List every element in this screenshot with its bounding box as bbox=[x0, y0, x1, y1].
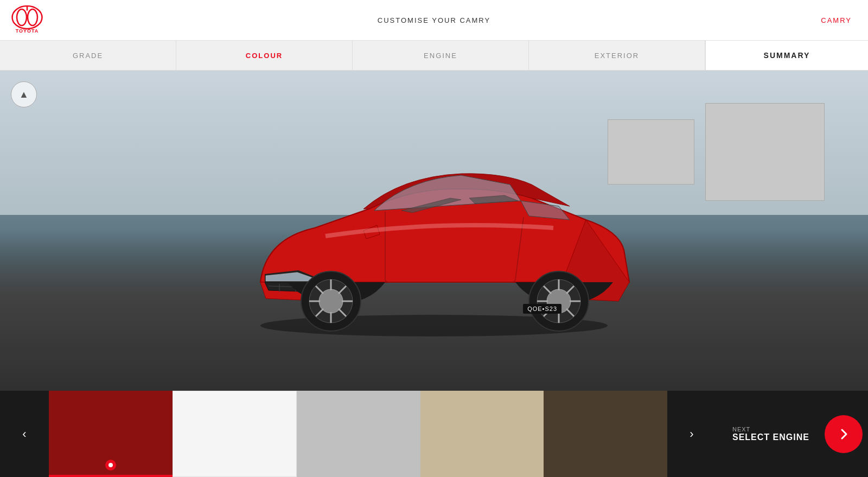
swatch-silver[interactable] bbox=[297, 391, 420, 477]
license-plate: QOE•S23 bbox=[523, 304, 561, 314]
car-view: ▲ bbox=[0, 71, 868, 391]
nav-tabs-left: GRADE COLOUR ENGINE EXTERIOR bbox=[0, 41, 705, 70]
tab-summary[interactable]: SUMMARY bbox=[705, 41, 868, 70]
header: TOYOTA CUSTOMISE YOUR CAMRY CAMRY bbox=[0, 0, 868, 41]
swatch-beige[interactable] bbox=[420, 391, 544, 477]
chevron-right-icon: › bbox=[690, 427, 693, 441]
swatch-white[interactable] bbox=[173, 391, 297, 477]
car-image: QOE•S23 QOE•S23 bbox=[217, 130, 651, 347]
swatch-red[interactable] bbox=[49, 391, 173, 477]
toyota-logo-icon: TOYOTA bbox=[11, 5, 43, 35]
next-button[interactable]: NEXT SELECT ENGINE bbox=[716, 391, 868, 477]
nav-tabs: GRADE COLOUR ENGINE EXTERIOR SUMMARY bbox=[0, 41, 868, 71]
tab-colour[interactable]: COLOUR bbox=[176, 41, 353, 70]
arrow-right-icon bbox=[837, 428, 850, 441]
next-arrow-circle bbox=[825, 415, 863, 453]
next-label: NEXT bbox=[732, 426, 809, 433]
tab-exterior[interactable]: EXTERIOR bbox=[529, 41, 705, 70]
swatch-darkbrown[interactable] bbox=[544, 391, 667, 477]
swatches-next-button[interactable]: › bbox=[667, 391, 716, 477]
swatches-prev-button[interactable]: ‹ bbox=[0, 391, 49, 477]
next-button-text: NEXT SELECT ENGINE bbox=[732, 426, 809, 442]
tab-grade[interactable]: GRADE bbox=[0, 41, 176, 70]
colour-swatches-bar: ‹ › NEXT SELECT ENGINE bbox=[0, 391, 868, 477]
chevron-left-icon: ‹ bbox=[22, 427, 26, 441]
building-1 bbox=[705, 103, 825, 201]
page-title: CUSTOMISE YOUR CAMRY bbox=[378, 16, 490, 24]
next-action-label: SELECT ENGINE bbox=[732, 433, 809, 442]
view-toggle-button[interactable]: ▲ bbox=[11, 81, 37, 107]
selected-indicator bbox=[105, 460, 116, 470]
tab-engine[interactable]: ENGINE bbox=[353, 41, 529, 70]
view-toggle-icon: ▲ bbox=[19, 89, 29, 100]
svg-point-2 bbox=[28, 9, 37, 26]
svg-point-1 bbox=[17, 9, 27, 26]
svg-text:TOYOTA: TOYOTA bbox=[16, 28, 39, 34]
brand-label: CAMRY bbox=[821, 16, 852, 24]
